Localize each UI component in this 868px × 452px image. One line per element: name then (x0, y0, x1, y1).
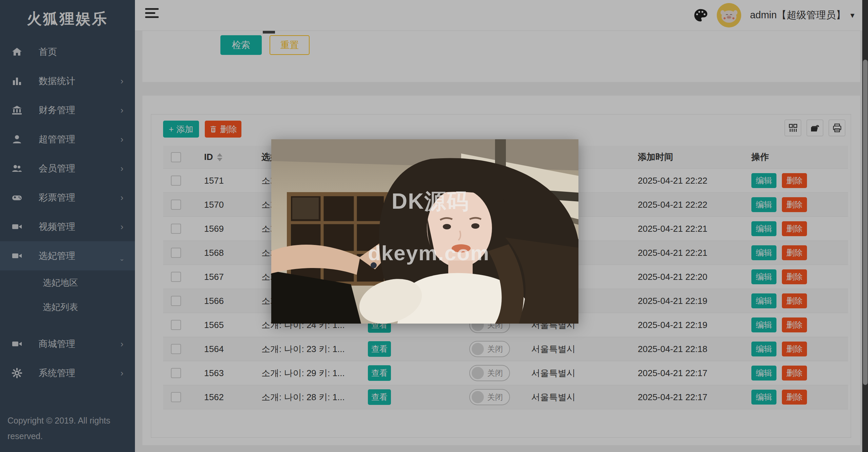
photo-illustration (271, 139, 578, 324)
scrollbar-track[interactable] (862, 0, 868, 452)
photo-preview[interactable]: DK源码 dkeym.com (271, 139, 578, 324)
scrollbar-thumb[interactable] (863, 60, 868, 385)
admin-page: 火狐狸娱乐 首页数据统计›财务管理›超管管理›会员管理›彩票管理›视频管理›选妃… (0, 0, 868, 452)
watermark-text: DK源码 (392, 187, 469, 216)
watermark-text: dkeym.com (368, 241, 490, 265)
